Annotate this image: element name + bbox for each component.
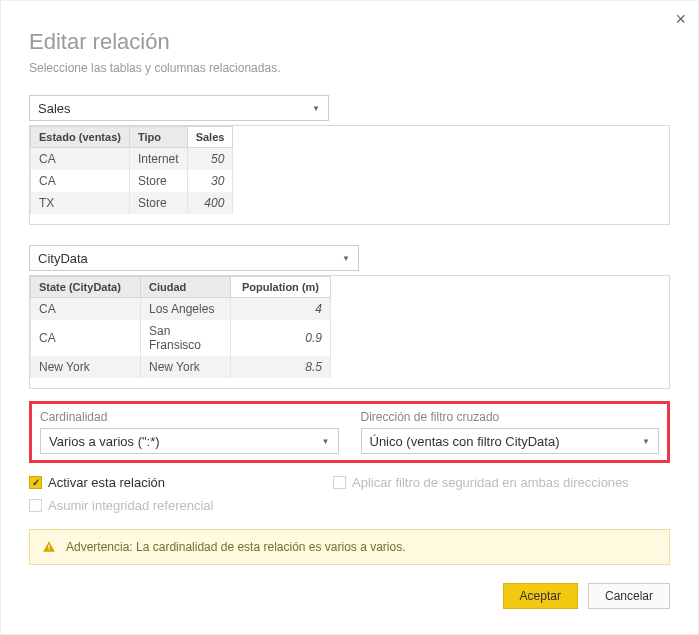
security-filter-check: Aplicar filtro de seguridad en ambas dir…: [333, 475, 629, 490]
table1-col-1[interactable]: Tipo: [129, 127, 187, 148]
crossfilter-value: Único (ventas con filtro CityData): [370, 434, 560, 449]
table2-dropdown-value: CityData: [38, 251, 88, 266]
crossfilter-label: Dirección de filtro cruzado: [361, 410, 660, 424]
checkbox-icon: [333, 476, 346, 489]
table-row[interactable]: TX Store 400: [31, 192, 233, 214]
dialog-subtitle: Seleccione las tablas y columnas relacio…: [29, 61, 670, 75]
options-section: ✓ Activar esta relación Aplicar filtro d…: [29, 471, 670, 513]
table-row[interactable]: New York New York 8.5: [31, 356, 331, 378]
table-row[interactable]: CA Store 30: [31, 170, 233, 192]
cardinality-dropdown[interactable]: Varios a varios (":*) ▼: [40, 428, 339, 454]
warning-text: Advertencia: La cardinalidad de esta rel…: [66, 540, 406, 554]
integrity-label: Asumir integridad referencial: [48, 498, 213, 513]
table2-dropdown[interactable]: CityData ▼: [29, 245, 359, 271]
table2-preview: State (CityData) Ciudad Population (m) C…: [29, 275, 670, 389]
chevron-down-icon: ▼: [322, 437, 330, 446]
dialog-footer: Aceptar Cancelar: [29, 583, 670, 609]
chevron-down-icon: ▼: [642, 437, 650, 446]
svg-rect-1: [48, 549, 49, 550]
cardinality-crossfilter-section: Cardinalidad Varios a varios (":*) ▼ Dir…: [29, 401, 670, 463]
dialog-title: Editar relación: [29, 29, 670, 55]
checkbox-icon: [29, 499, 42, 512]
table-row[interactable]: CA San Fransisco 0.9: [31, 320, 331, 356]
security-label: Aplicar filtro de seguridad en ambas dir…: [352, 475, 629, 490]
table-row[interactable]: CA Los Angeles 4: [31, 298, 331, 321]
checkbox-checked-icon: ✓: [29, 476, 42, 489]
svg-rect-0: [48, 545, 49, 549]
table1-col-0[interactable]: Estado (ventas): [31, 127, 130, 148]
table2-col-2[interactable]: Population (m): [231, 277, 331, 298]
table-row[interactable]: CA Internet 50: [31, 148, 233, 171]
cardinality-label: Cardinalidad: [40, 410, 339, 424]
chevron-down-icon: ▼: [312, 104, 320, 113]
table2-col-1[interactable]: Ciudad: [141, 277, 231, 298]
table1-dropdown-value: Sales: [38, 101, 71, 116]
edit-relationship-dialog: × Editar relación Seleccione las tablas …: [0, 0, 699, 635]
table1-dropdown[interactable]: Sales ▼: [29, 95, 329, 121]
warning-icon: [42, 540, 56, 554]
cancel-button[interactable]: Cancelar: [588, 583, 670, 609]
table2-col-0[interactable]: State (CityData): [31, 277, 141, 298]
table1-preview: Estado (ventas) Tipo Sales CA Internet 5…: [29, 125, 670, 225]
referential-integrity-check: Asumir integridad referencial: [29, 498, 670, 513]
ok-button[interactable]: Aceptar: [503, 583, 578, 609]
activate-relationship-check[interactable]: ✓ Activar esta relación: [29, 475, 165, 490]
close-icon[interactable]: ×: [675, 9, 686, 30]
activate-label: Activar esta relación: [48, 475, 165, 490]
table1-col-2[interactable]: Sales: [187, 127, 233, 148]
chevron-down-icon: ▼: [342, 254, 350, 263]
warning-banner: Advertencia: La cardinalidad de esta rel…: [29, 529, 670, 565]
crossfilter-dropdown[interactable]: Único (ventas con filtro CityData) ▼: [361, 428, 660, 454]
cardinality-value: Varios a varios (":*): [49, 434, 160, 449]
